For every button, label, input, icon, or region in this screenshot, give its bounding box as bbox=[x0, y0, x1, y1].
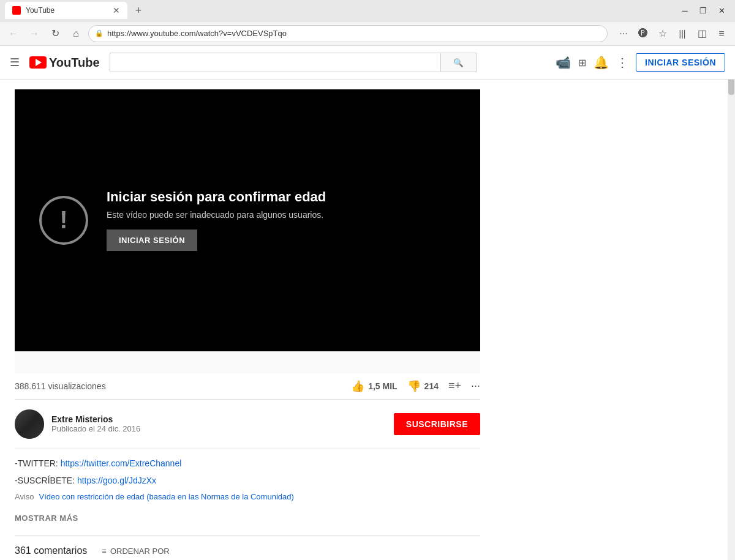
thumbs-up-icon: 👍 bbox=[351, 379, 364, 393]
age-gate-title: Iniciar sesión para confirmar edad bbox=[107, 189, 326, 205]
search-button[interactable]: 🔍 bbox=[440, 53, 477, 72]
desc-twitter-line: -TWITTER: https://twitter.com/ExtreChann… bbox=[15, 457, 480, 470]
age-gate-signin-button[interactable]: INICIAR SESIÓN bbox=[107, 230, 197, 251]
dislike-button[interactable]: 👎 214 bbox=[407, 379, 439, 393]
youtube-logo[interactable]: YouTube bbox=[29, 56, 100, 70]
more-options-icon[interactable]: ⋮ bbox=[616, 55, 628, 70]
channel-name[interactable]: Extre Misterios bbox=[51, 414, 394, 424]
minimize-button[interactable]: ─ bbox=[676, 2, 693, 19]
video-title-bar bbox=[15, 351, 480, 373]
search-icon: 🔍 bbox=[453, 58, 464, 67]
avatar-image bbox=[15, 409, 44, 439]
sidebar-icon[interactable]: ◫ bbox=[693, 25, 710, 42]
subscribe-link[interactable]: https://goo.gl/JdJzXx bbox=[77, 476, 156, 485]
browser-menu-icon[interactable]: ≡ bbox=[713, 25, 730, 42]
tab-favicon-icon bbox=[12, 6, 21, 15]
main-content: ! Iniciar sesión para confirmar edad Est… bbox=[0, 80, 735, 560]
apps-grid-icon[interactable]: ⊞ bbox=[578, 57, 586, 69]
show-more-container: MOSTRAR MÁS bbox=[15, 509, 480, 528]
address-bar: ← → ↻ ⌂ 🔒 https://www.youtube.com/watch?… bbox=[0, 21, 735, 46]
lock-icon: 🔒 bbox=[95, 29, 104, 37]
sort-by-button[interactable]: ≡ ORDENAR POR bbox=[102, 547, 169, 556]
show-more-button[interactable]: MOSTRAR MÁS bbox=[15, 509, 78, 528]
like-button[interactable]: 👍 1,5 MIL bbox=[351, 379, 397, 393]
twitter-prefix: -TWITTER: bbox=[15, 458, 61, 468]
desc-subscribe-line: -SUSCRÍBETE: https://goo.gl/JdJzXx bbox=[15, 474, 480, 487]
thumbs-down-icon: 👎 bbox=[407, 379, 421, 393]
close-button[interactable]: ✕ bbox=[713, 2, 730, 19]
window-controls: ─ ❐ ✕ bbox=[676, 2, 730, 19]
back-button[interactable]: ← bbox=[5, 25, 22, 42]
like-count: 1,5 MIL bbox=[368, 381, 397, 391]
bookmark-icon[interactable]: ☆ bbox=[654, 25, 671, 42]
desc-notice-line: Aviso Vídeo con restricción de edad (bas… bbox=[15, 491, 480, 504]
search-input[interactable] bbox=[110, 53, 440, 72]
browser-toolbar-right: ··· 🅟 ☆ ||| ◫ ≡ bbox=[615, 25, 730, 42]
age-gate-content: Iniciar sesión para confirmar edad Este … bbox=[107, 189, 326, 251]
view-count: 388.611 visualizaciones bbox=[15, 381, 351, 391]
search-container: 🔍 bbox=[110, 53, 477, 72]
subscribe-prefix: -SUSCRÍBETE: bbox=[15, 476, 77, 485]
channel-row: Extre Misterios Publicado el 24 dic. 201… bbox=[15, 400, 480, 449]
twitter-link[interactable]: https://twitter.com/ExtreChannel bbox=[61, 458, 182, 468]
browser-titlebar: YouTube ✕ + ─ ❐ ✕ bbox=[0, 0, 735, 21]
comments-header: 361 comentarios ≡ ORDENAR POR bbox=[15, 545, 480, 556]
notice-label: Aviso bbox=[15, 491, 34, 504]
home-button[interactable]: ⌂ bbox=[67, 25, 85, 42]
notifications-icon[interactable]: 🔔 bbox=[594, 55, 609, 70]
forward-button[interactable]: → bbox=[26, 25, 43, 42]
active-tab[interactable]: YouTube ✕ bbox=[5, 2, 127, 19]
refresh-button[interactable]: ↻ bbox=[47, 25, 64, 42]
play-triangle-icon bbox=[36, 59, 42, 66]
video-player[interactable]: ! Iniciar sesión para confirmar edad Est… bbox=[15, 89, 480, 351]
new-tab-button[interactable]: + bbox=[130, 2, 147, 19]
hamburger-menu-icon[interactable]: ☰ bbox=[10, 56, 20, 69]
dislike-count: 214 bbox=[424, 381, 439, 391]
exclamation-icon: ! bbox=[59, 206, 67, 234]
more-actions-icon[interactable]: ··· bbox=[615, 25, 632, 42]
url-bar[interactable]: 🔒 https://www.youtube.com/watch?v=vVCDEV… bbox=[88, 25, 608, 42]
more-video-actions-button[interactable]: ··· bbox=[471, 379, 480, 392]
add-to-playlist-icon: ≡+ bbox=[448, 379, 461, 392]
youtube-header: ☰ YouTube 🔍 📹 ⊞ 🔔 ⋮ INICIAR SESIÓN bbox=[0, 46, 735, 80]
more-horiz-icon: ··· bbox=[471, 379, 480, 392]
pocket-icon[interactable]: 🅟 bbox=[635, 25, 652, 42]
add-to-playlist-button[interactable]: ≡+ bbox=[448, 379, 461, 392]
url-text: https://www.youtube.com/watch?v=vVCDEVSp… bbox=[107, 29, 601, 38]
signin-button[interactable]: INICIAR SESIÓN bbox=[636, 53, 725, 72]
channel-info: Extre Misterios Publicado el 24 dic. 201… bbox=[51, 414, 394, 433]
youtube-logo-icon bbox=[29, 56, 47, 69]
age-gate-icon: ! bbox=[39, 196, 88, 245]
tab-close-button[interactable]: ✕ bbox=[113, 6, 120, 15]
notice-link[interactable]: Vídeo con restricción de edad (basada en… bbox=[39, 491, 294, 504]
subscribe-button[interactable]: SUSCRIBIRSE bbox=[394, 413, 480, 435]
sort-icon: ≡ bbox=[102, 547, 107, 556]
upload-icon[interactable]: 📹 bbox=[556, 55, 571, 70]
video-stats-row: 388.611 visualizaciones 👍 1,5 MIL 👎 214 … bbox=[15, 373, 480, 400]
scrollbar[interactable] bbox=[728, 46, 735, 560]
channel-avatar[interactable] bbox=[15, 409, 44, 439]
youtube-logo-text: YouTube bbox=[49, 56, 100, 70]
comments-count: 361 comentarios bbox=[15, 545, 87, 556]
channel-date: Publicado el 24 dic. 2016 bbox=[51, 424, 394, 433]
maximize-button[interactable]: ❐ bbox=[695, 2, 712, 19]
primary-column: ! Iniciar sesión para confirmar edad Est… bbox=[15, 89, 480, 560]
comments-section: 361 comentarios ≡ ORDENAR POR bbox=[15, 535, 480, 560]
header-right: 📹 ⊞ 🔔 ⋮ INICIAR SESIÓN bbox=[556, 53, 725, 72]
age-gate-subtitle: Este vídeo puede ser inadecuado para alg… bbox=[107, 210, 326, 220]
sort-label: ORDENAR POR bbox=[110, 547, 170, 556]
video-actions: 👍 1,5 MIL 👎 214 ≡+ ··· bbox=[351, 379, 480, 393]
tab-title: YouTube bbox=[26, 6, 55, 15]
shelves-icon[interactable]: ||| bbox=[674, 25, 691, 42]
description-area: -TWITTER: https://twitter.com/ExtreChann… bbox=[15, 449, 480, 536]
